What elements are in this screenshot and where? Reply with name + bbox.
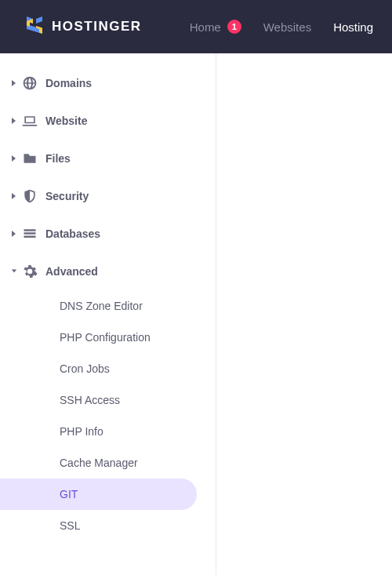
brand-logo[interactable]: HOSTINGER	[25, 15, 142, 38]
header: HOSTINGER Home 1 Websites Hosting	[0, 0, 392, 53]
sidebar-item-security[interactable]: Security	[0, 177, 216, 215]
database-icon	[22, 226, 45, 242]
sidebar-item-label: Security	[45, 190, 89, 202]
nav-websites-label: Websites	[263, 20, 311, 34]
nav-home[interactable]: Home 1	[190, 20, 241, 34]
submenu-item-git[interactable]: GIT	[0, 479, 197, 510]
submenu-item-ssh-access[interactable]: SSH Access	[0, 384, 197, 416]
laptop-icon	[22, 113, 45, 129]
chevron-right-icon	[0, 155, 22, 162]
top-nav: Home 1 Websites Hosting	[190, 20, 373, 34]
shield-icon	[22, 188, 45, 204]
content-area	[216, 53, 392, 575]
sidebar-item-files[interactable]: Files	[0, 140, 216, 177]
nav-hosting[interactable]: Hosting	[333, 20, 373, 34]
chevron-right-icon	[0, 79, 22, 87]
sidebar-item-label: Domains	[45, 77, 92, 89]
chevron-right-icon	[0, 230, 22, 238]
submenu-advanced: DNS Zone Editor PHP Configuration Cron J…	[0, 290, 216, 541]
globe-icon	[22, 75, 45, 91]
chevron-right-icon	[0, 117, 22, 125]
sidebar-item-databases[interactable]: Databases	[0, 215, 216, 253]
sidebar-item-advanced[interactable]: Advanced	[0, 253, 216, 290]
sidebar-item-domains[interactable]: Domains	[0, 64, 216, 102]
main: Domains Website Files Security Databases…	[0, 53, 392, 575]
chevron-right-icon	[0, 192, 22, 200]
gear-icon	[22, 264, 45, 279]
submenu-item-ssl[interactable]: SSL	[0, 510, 197, 541]
submenu-item-cron-jobs[interactable]: Cron Jobs	[0, 353, 197, 384]
logo-icon	[25, 15, 44, 38]
brand-name: HOSTINGER	[52, 19, 142, 35]
submenu-item-dns-zone-editor[interactable]: DNS Zone Editor	[0, 290, 197, 322]
nav-home-badge: 1	[227, 20, 241, 34]
chevron-down-icon	[0, 267, 22, 275]
nav-websites[interactable]: Websites	[263, 20, 311, 34]
sidebar-item-label: Advanced	[45, 265, 98, 278]
sidebar: Domains Website Files Security Databases…	[0, 53, 216, 575]
submenu-item-php-info[interactable]: PHP Info	[0, 416, 197, 447]
submenu-item-cache-manager[interactable]: Cache Manager	[0, 447, 197, 479]
sidebar-item-label: Files	[45, 152, 71, 165]
sidebar-item-label: Website	[45, 115, 87, 127]
nav-hosting-label: Hosting	[333, 20, 373, 34]
folder-icon	[22, 151, 45, 166]
nav-home-label: Home	[190, 20, 221, 34]
submenu-item-php-configuration[interactable]: PHP Configuration	[0, 322, 197, 353]
sidebar-item-website[interactable]: Website	[0, 102, 216, 140]
sidebar-item-label: Databases	[45, 227, 100, 240]
